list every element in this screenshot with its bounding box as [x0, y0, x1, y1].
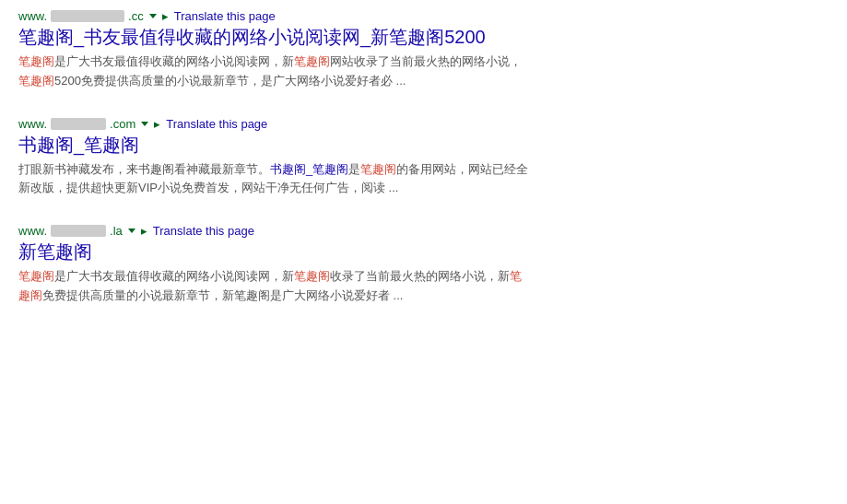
snippet-highlight[interactable]: 笔	[510, 269, 522, 283]
snippet-highlight[interactable]: 笔趣阁	[294, 269, 330, 283]
snippet-highlight[interactable]: 笔趣阁	[18, 54, 54, 68]
result-url-line: www..la ▸ Translate this page	[18, 224, 829, 238]
result-title[interactable]: 书趣阁_笔趣阁	[18, 133, 829, 157]
result-url-line: www..com ▸ Translate this page	[18, 117, 829, 131]
snippet-highlight[interactable]: 趣阁	[18, 288, 42, 302]
translate-separator: ▸	[162, 9, 169, 23]
url-blurred	[51, 118, 106, 130]
search-results-container: www..cc ▸ Translate this page 笔趣阁_书友最值得收…	[0, 0, 847, 341]
translate-link[interactable]: Translate this page	[174, 9, 276, 23]
dropdown-arrow-icon[interactable]	[141, 122, 148, 126]
snippet-highlight[interactable]: 笔趣阁	[360, 162, 396, 176]
url-blurred	[51, 225, 106, 237]
snippet-highlight[interactable]: 笔趣阁	[294, 54, 330, 68]
url-blurred	[51, 10, 124, 22]
snippet-highlight[interactable]: 笔趣阁	[18, 74, 54, 88]
result-snippet: 笔趣阁是广大书友最值得收藏的网络小说阅读网，新笔趣阁网站收录了当前最火热的网络小…	[18, 53, 829, 91]
snippet-highlight[interactable]: 笔趣阁	[18, 269, 54, 283]
translate-separator: ▸	[141, 224, 147, 238]
translate-link[interactable]: Translate this page	[166, 117, 267, 131]
result-url: www..com	[18, 117, 148, 131]
dropdown-arrow-icon[interactable]	[149, 14, 157, 18]
result-title[interactable]: 新笔趣阁	[18, 240, 829, 264]
result-snippet: 打眼新书神藏发布，来书趣阁看神藏最新章节。书趣阁_笔趣阁是笔趣阁的备用网站，网站…	[18, 160, 829, 199]
snippet-highlight-blue[interactable]: 书趣阁_笔趣阁	[270, 162, 348, 176]
translate-link[interactable]: Translate this page	[153, 224, 254, 238]
result-snippet: 笔趣阁是广大书友最值得收藏的网络小说阅读网，新笔趣阁收录了当前最火热的网络小说，…	[18, 267, 829, 306]
result-url: www..la	[18, 224, 135, 238]
result-url-line: www..cc ▸ Translate this page	[18, 9, 829, 23]
result-item: www..com ▸ Translate this page 书趣阁_笔趣阁 打…	[18, 117, 829, 199]
translate-separator: ▸	[154, 117, 160, 131]
result-url: www..cc	[18, 9, 157, 23]
dropdown-arrow-icon[interactable]	[128, 229, 135, 233]
result-item: www..cc ▸ Translate this page 笔趣阁_书友最值得收…	[18, 9, 829, 91]
result-title[interactable]: 笔趣阁_书友最值得收藏的网络小说阅读网_新笔趣阁5200	[18, 25, 829, 49]
result-item: www..la ▸ Translate this page 新笔趣阁 笔趣阁是广…	[18, 224, 829, 306]
